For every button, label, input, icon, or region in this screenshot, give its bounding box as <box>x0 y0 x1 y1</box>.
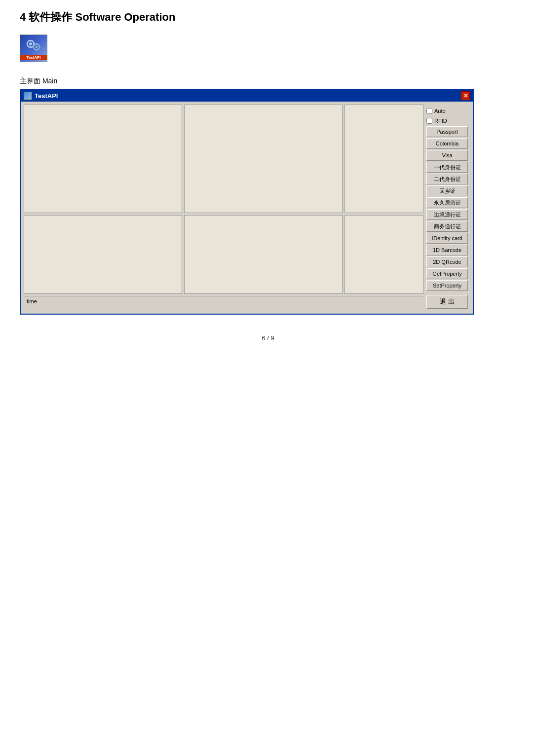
svg-rect-7 <box>33 43 35 44</box>
main-window: TestAPI ✕ time <box>20 89 474 315</box>
top-left-panel <box>24 105 182 213</box>
barcode1d-button[interactable]: 1D Barcode <box>426 245 468 255</box>
passport-button[interactable]: Passport <box>426 126 468 137</box>
win-title-icon <box>24 92 32 100</box>
permanent-button[interactable]: 永久居留证 <box>426 197 468 208</box>
win-titlebar: TestAPI ✕ <box>21 90 473 102</box>
rfid-checkbox[interactable] <box>426 118 432 124</box>
app-icon-area: TestAPI <box>20 35 516 62</box>
business-button[interactable]: 商务通行证 <box>426 221 468 232</box>
top-right-panel <box>345 105 423 213</box>
page-footer: 6 / 9 <box>20 334 516 342</box>
setproperty-button[interactable]: SetProperty <box>426 280 468 291</box>
win-close-button[interactable]: ✕ <box>461 91 470 100</box>
identity-card-button[interactable]: IDentity card <box>426 233 468 244</box>
border-button[interactable]: 边境通行证 <box>426 209 468 220</box>
svg-rect-4 <box>30 40 32 41</box>
colombia-button[interactable]: Colombia <box>426 138 468 149</box>
svg-rect-11 <box>39 46 40 48</box>
top-panels-row <box>24 105 423 213</box>
section-label: 主界面 Main <box>20 77 516 86</box>
getproperty-button[interactable]: GetProperty <box>426 268 468 279</box>
id1-button[interactable]: 一代身份证 <box>426 162 468 173</box>
svg-rect-8 <box>36 43 38 45</box>
top-center-panel <box>184 105 343 213</box>
bottom-panels-row <box>24 215 423 294</box>
svg-rect-5 <box>30 46 32 48</box>
qrcode2d-button[interactable]: 2D QRcode <box>426 256 468 267</box>
svg-rect-9 <box>36 50 38 51</box>
svg-point-3 <box>36 45 38 48</box>
rfid-checkbox-row[interactable]: RFID <box>426 116 469 125</box>
app-icon-gears <box>24 37 43 54</box>
app-icon: TestAPI <box>20 35 47 62</box>
app-icon-label: TestAPI <box>20 55 47 60</box>
status-bar: time <box>24 296 423 306</box>
win-body: time Auto RFID Passport Colombia Visa 一代… <box>21 102 473 314</box>
bottom-right-panel <box>345 215 423 294</box>
svg-rect-10 <box>33 46 34 48</box>
page-title: 4 软件操作 Software Operation <box>20 10 516 25</box>
auto-checkbox[interactable] <box>426 108 432 114</box>
auto-label: Auto <box>434 108 446 114</box>
win-main-area: time <box>24 105 423 311</box>
rfid-label: RFID <box>434 118 447 124</box>
visa-button[interactable]: Visa <box>426 150 468 161</box>
bottom-left-panel <box>24 215 182 294</box>
win-title-text: TestAPI <box>35 92 58 100</box>
win-sidebar: Auto RFID Passport Colombia Visa 一代身份证 二… <box>425 105 470 311</box>
exit-button[interactable]: 退 出 <box>426 295 468 309</box>
id2-button[interactable]: 二代身份证 <box>426 174 468 184</box>
svg-point-1 <box>29 42 32 45</box>
svg-rect-6 <box>27 43 28 44</box>
win-titlebar-left: TestAPI <box>24 92 58 100</box>
auto-checkbox-row[interactable]: Auto <box>426 107 469 115</box>
huixiang-button[interactable]: 回乡证 <box>426 185 468 196</box>
status-time: time <box>27 298 37 304</box>
bottom-center-panel <box>184 215 343 294</box>
